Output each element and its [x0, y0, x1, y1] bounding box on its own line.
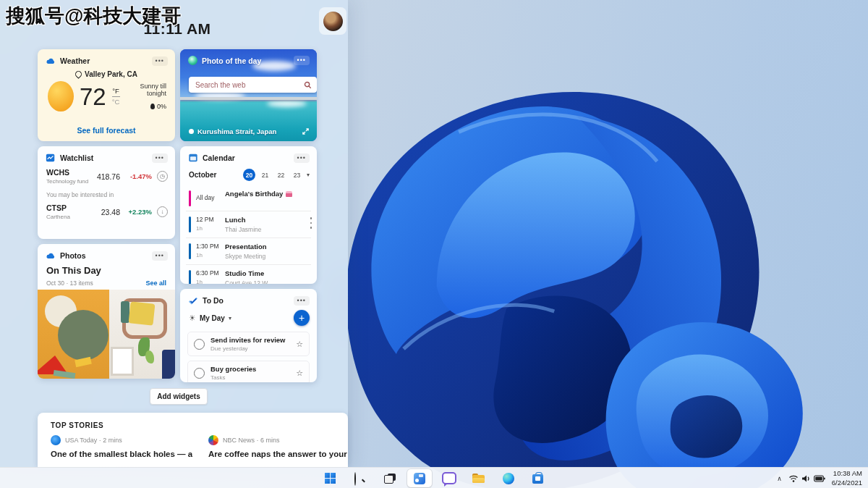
temperature-value: 72 — [80, 85, 106, 109]
microsoft-store-icon — [532, 474, 543, 484]
watchlist-widget[interactable]: Watchlist ••• WCHS Technology fund 418.7… — [38, 146, 175, 239]
story-source: NBC News · 6 mins — [223, 437, 280, 444]
widgets-button[interactable] — [407, 469, 432, 487]
calendar-widget[interactable]: Calendar ••• October 20 21 22 23 ▾ All d… — [180, 146, 317, 284]
calendar-event[interactable]: 12 PM 1h Lunch Thai Jasmine — [186, 211, 311, 237]
calendar-event[interactable]: 6:30 PM 1h Studio Time Court Ave 12 W — [186, 264, 311, 284]
precipitation-value: 0% — [157, 103, 166, 110]
date-pill[interactable]: 22 — [275, 169, 287, 181]
widget-title: Watchlist — [60, 153, 148, 162]
task-title: Buy groceries — [210, 365, 256, 373]
task-view-button[interactable] — [378, 469, 402, 487]
watchlist-row[interactable]: WCHS Technology fund 418.76 -1.47% ◷ — [38, 163, 175, 185]
speaker-icon — [801, 474, 811, 483]
task-checkbox[interactable] — [194, 368, 205, 379]
nbc-news-icon — [208, 435, 218, 445]
calendar-event[interactable]: All day Angela's Birthday — [186, 185, 311, 211]
see-all-link[interactable]: See all — [145, 279, 166, 287]
todo-check-icon — [188, 295, 198, 306]
stock-clock-icon[interactable]: ◷ — [157, 171, 168, 182]
task-checkbox[interactable] — [194, 339, 205, 350]
sun-icon — [48, 81, 74, 112]
photos-meta: Oct 30 · 13 items — [46, 279, 93, 287]
weather-widget[interactable]: Weather ••• Valley Park, CA 72 °F °C Sun… — [38, 49, 175, 141]
battery-icon — [814, 475, 825, 482]
watermark-text: 搜狐号@科技大建哥 — [6, 3, 181, 29]
todo-widget[interactable]: To Do ••• ☀ My Day ▾ + Send invites for … — [180, 289, 317, 382]
add-widgets-button[interactable]: Add widgets — [150, 388, 208, 405]
event-subtitle: Court Ave 12 W — [225, 279, 268, 284]
widget-menu-button[interactable]: ••• — [294, 153, 310, 163]
file-explorer-button[interactable] — [467, 469, 491, 487]
start-button[interactable] — [318, 469, 343, 487]
unit-celsius[interactable]: °C — [112, 98, 120, 106]
event-title: Angela's Birthday — [225, 190, 283, 198]
birthday-cake-icon — [286, 191, 292, 197]
stock-change: -1.47% — [120, 172, 152, 180]
news-story[interactable]: USA Today · 2 mins One of the smallest b… — [51, 435, 192, 458]
weather-location: Valley Park, CA — [85, 70, 137, 78]
date-pill[interactable]: 23 — [291, 169, 303, 181]
event-title: Lunch — [225, 216, 262, 224]
photos-cloud-icon — [46, 251, 56, 261]
task-item[interactable]: Send invites for review Due yesterday ☆ — [187, 332, 310, 356]
search-icon — [354, 473, 365, 484]
chevron-down-icon[interactable]: ▾ — [307, 172, 310, 178]
task-view-icon — [384, 474, 396, 484]
tray-status-icons[interactable] — [788, 474, 825, 483]
top-stories-header: TOP STORIES — [38, 413, 348, 429]
widget-menu-button[interactable]: ••• — [152, 56, 168, 66]
top-stories-panel: TOP STORIES USA Today · 2 mins One of th… — [38, 413, 348, 467]
photos-widget[interactable]: Photos ••• On This Day Oct 30 · 13 items… — [38, 244, 175, 379]
event-time: 1:30 PM — [196, 243, 220, 250]
profile-button[interactable] — [319, 7, 346, 35]
photo-thumbnail[interactable] — [109, 290, 175, 379]
task-item[interactable]: Buy groceries Tasks ☆ — [187, 361, 310, 382]
precipitation-drop-icon — [150, 104, 155, 109]
see-full-forecast-link[interactable]: See full forecast — [38, 126, 175, 135]
photo-collage[interactable] — [38, 290, 175, 379]
task-star-icon[interactable]: ☆ — [296, 369, 303, 378]
search-input[interactable] — [194, 80, 299, 90]
widget-menu-button[interactable]: ••• — [294, 296, 310, 306]
calendar-scrollbar[interactable] — [310, 217, 312, 229]
widget-menu-button[interactable]: ••• — [152, 251, 168, 261]
date-pill[interactable]: 21 — [259, 169, 271, 181]
watchlist-chart-icon — [46, 153, 56, 163]
add-task-button[interactable]: + — [294, 310, 310, 326]
watchlist-note: You may be interested in — [38, 185, 175, 198]
widget-menu-button[interactable]: ••• — [152, 153, 168, 163]
search-button[interactable] — [348, 469, 373, 487]
widget-title: Calendar — [203, 153, 289, 162]
store-button[interactable] — [526, 469, 550, 487]
expand-icon[interactable] — [302, 127, 310, 135]
desktop: 11:11 AM Weather ••• Valley Park, CA 72 — [0, 0, 868, 488]
photo-thumbnail[interactable] — [38, 290, 109, 379]
tray-chevron-up-icon[interactable]: ∧ — [777, 475, 782, 482]
photo-of-the-day-widget[interactable]: Photo of the day ••• Kurushima Strait, J… — [180, 49, 317, 141]
calendar-event[interactable]: 1:30 PM 1h Presentation Skype Meeting — [186, 237, 311, 264]
unit-fahrenheit[interactable]: °F — [112, 87, 119, 96]
windows-bloom-artwork — [327, 22, 855, 488]
unit-toggle[interactable]: °F °C — [112, 87, 120, 106]
event-title: Presentation — [225, 243, 267, 251]
windows-logo-icon — [325, 473, 336, 484]
todo-list-name[interactable]: My Day — [200, 314, 225, 322]
add-to-watchlist-icon[interactable]: ↓ — [157, 206, 168, 217]
web-search-box[interactable] — [189, 77, 317, 93]
watchlist-row[interactable]: CTSP Carthena 23.48 +2.23% ↓ — [38, 198, 175, 220]
date-pill-selected[interactable]: 20 — [243, 169, 255, 181]
chat-button[interactable] — [437, 469, 461, 487]
search-icon[interactable] — [304, 81, 312, 89]
news-story[interactable]: NBC News · 6 mins Are coffee naps the an… — [208, 435, 347, 458]
event-color-bar — [189, 270, 191, 284]
bing-icon — [188, 56, 197, 65]
stock-name: Carthena — [46, 214, 70, 220]
photo-location: Kurushima Strait, Japan — [197, 127, 276, 135]
story-headline: Are coffee naps the answer to your — [208, 450, 347, 458]
widget-menu-button[interactable]: ••• — [294, 56, 310, 65]
edge-button[interactable] — [496, 469, 521, 487]
tray-clock[interactable]: 10:38 AM 6/24/2021 — [832, 469, 862, 487]
chevron-down-icon[interactable]: ▾ — [229, 315, 231, 321]
task-star-icon[interactable]: ☆ — [296, 340, 303, 349]
